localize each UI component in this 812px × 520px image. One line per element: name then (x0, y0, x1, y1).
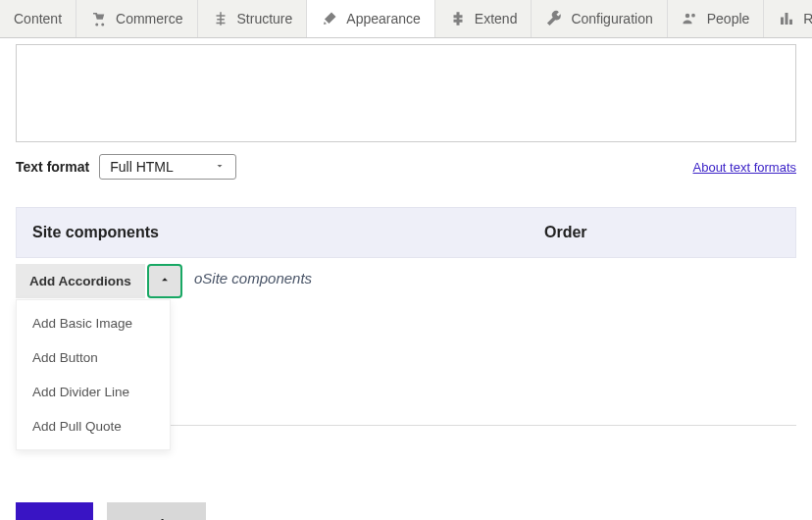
text-format-select[interactable]: Full HTML (99, 154, 236, 180)
toolbar-item-people[interactable]: People (668, 0, 765, 37)
toolbar-label: Commerce (116, 11, 182, 26)
chevron-up-icon (158, 273, 172, 289)
text-format-row: Text format Full HTML About text formats (16, 154, 796, 180)
toolbar-item-reports[interactable]: Reports (764, 0, 812, 37)
order-heading: Order (544, 224, 780, 241)
toolbar-label: Structure (237, 11, 293, 26)
admin-toolbar: Content Commerce Structure Appearance Ex… (0, 0, 812, 38)
toolbar-label: Content (14, 11, 62, 26)
toolbar-label: People (707, 11, 750, 26)
toolbar-label: Extend (475, 11, 518, 26)
dropdown-item-pull-quote[interactable]: Add Pull Quote (17, 409, 170, 443)
site-components-row: Add Accordions oSite components Add Basi… (16, 258, 796, 317)
dropdown-item-button[interactable]: Add Button (17, 340, 170, 375)
add-component-dropdown: Add Basic Image Add Button Add Divider L… (16, 299, 171, 450)
toolbar-item-appearance[interactable]: Appearance (307, 0, 435, 37)
toolbar-item-content[interactable]: Content (0, 0, 76, 37)
dropdown-item-basic-image[interactable]: Add Basic Image (17, 306, 170, 340)
chevron-down-icon (214, 159, 226, 175)
reports-icon (778, 10, 795, 27)
dropdown-item-divider-line[interactable]: Add Divider Line (17, 375, 170, 409)
toolbar-item-structure[interactable]: Structure (198, 0, 308, 37)
form-actions: Save Preview (16, 502, 796, 520)
add-component-toggle[interactable] (147, 264, 182, 298)
extend-icon (449, 10, 467, 27)
add-component-splitbutton: Add Accordions (16, 264, 182, 298)
text-format-selected: Full HTML (110, 159, 174, 175)
toolbar-label: Reports (803, 11, 812, 26)
text-format-label: Text format (16, 159, 89, 175)
add-accordions-button[interactable]: Add Accordions (16, 264, 145, 298)
toolbar-item-commerce[interactable]: Commerce (76, 0, 197, 37)
site-components-heading: Site components (32, 224, 544, 241)
page-body: Text format Full HTML About text formats… (0, 44, 812, 520)
configuration-icon (545, 10, 563, 27)
structure-icon (212, 10, 229, 27)
toolbar-item-configuration[interactable]: Configuration (532, 0, 667, 37)
body-editor[interactable] (16, 44, 796, 142)
preview-button[interactable]: Preview (107, 502, 206, 520)
people-icon (682, 10, 699, 27)
commerce-icon (90, 10, 108, 27)
site-components-header: Site components Order (16, 207, 796, 258)
toolbar-label: Configuration (571, 11, 652, 26)
about-text-formats-link[interactable]: About text formats (693, 160, 797, 175)
toolbar-item-extend[interactable]: Extend (435, 0, 533, 37)
save-button[interactable]: Save (16, 502, 93, 520)
empty-placeholder-text: oSite components (194, 270, 312, 286)
appearance-icon (321, 10, 338, 27)
toolbar-label: Appearance (346, 11, 421, 26)
